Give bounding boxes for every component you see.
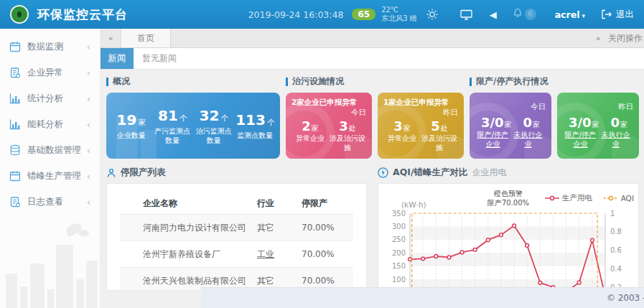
news-label: 新闻 [101,48,134,69]
section-title-production: 限产/停产执行情况 [470,75,639,88]
chevron-left-icon: ‹ [87,171,90,182]
sidebar-item-log-view[interactable]: 日志查看 ‹ [0,190,100,214]
not-executed-enterprises-link[interactable]: 未执行企业 [598,131,633,149]
username-text: acrel [555,9,580,20]
title-accent-bar [470,78,472,86]
weather-display: 22℃ 东北风3 晴 [381,6,417,24]
notification-count-badge: 6 [525,9,536,20]
notifications[interactable]: 6 [513,8,536,22]
section-title-overview: 概况 [106,75,280,88]
limit-stop-enterprises-link[interactable]: 限产/停产企业 [475,131,510,149]
limit-stop-enterprises-link[interactable]: 限产/停产企业 [563,131,598,149]
table-header-row: 企业名称 行业 停限产 [120,192,353,214]
sidebar-item-label: 基础数据管理 [27,144,81,157]
person-icon [106,168,116,178]
bar-chart-icon [9,118,21,130]
bar-chart-icon [9,93,21,104]
sidebar-item-offpeak-production[interactable]: 错峰生产管理 ‹ [0,164,100,188]
title-accent-bar [286,78,288,86]
epa-logo-icon [10,5,29,24]
logout-button[interactable]: 退出 [601,9,634,21]
legend-marker [604,195,618,201]
svg-text:100: 100 [392,276,406,284]
app-title: 环保监控云平台 [37,6,128,23]
sidebar-item-statistics[interactable]: 统计分析 ‹ [0,86,100,111]
chevron-left-icon: ‹ [87,119,90,130]
aqi-chart-card: (kW·h) 橙色预警 限产70.00% 生产用电 [378,183,639,291]
sidebar-item-energy-analysis[interactable]: 能耗分析 ‹ [0,112,100,136]
legend-marker [545,195,559,201]
legend-item-power[interactable]: 生产用电 [545,193,592,203]
svg-text:250: 250 [392,235,406,243]
svg-text:350: 350 [392,210,406,218]
svg-text:0.8: 0.8 [610,228,622,235]
sidebar-item-label: 能耗分析 [27,118,63,131]
app-root: 环保监控云平台 2019-09-24 16:03:48 65 22℃ 东北风3 … [0,0,644,308]
temperature-text: 22℃ [381,6,398,14]
svg-text:0.6: 0.6 [610,246,622,254]
tabs-scroll-right-button[interactable]: » [588,29,608,47]
stop-list-table: 企业名称 行业 停限产 河南同力电力设计有限公司 其它 70.00% 沧州宇新养… [107,184,366,291]
stat-monitor-points: 113个 监测点数量 [235,111,276,140]
chevron-left-icon: ‹ [87,42,90,52]
tab-home[interactable]: 首页 [121,29,171,47]
database-icon [9,144,21,156]
sidebar-item-label: 数据监测 [27,41,63,53]
sidebar-item-base-data[interactable]: 基础数据管理 ‹ [0,138,100,162]
not-executed-enterprises-link[interactable]: 未执行企业 [510,131,546,149]
stop-list-card: 企业名称 行业 停限产 河南同力电力设计有限公司 其它 70.00% 沧州宇新养… [106,183,367,291]
logout-label: 退出 [616,9,634,21]
section-title-aqi-chart: AQI/错峰生产对比 企业用电 [378,167,639,179]
svg-text:0.4: 0.4 [610,265,622,273]
main-area: « 首页 » 关闭操作 新闻 暂无新闻 概况 [101,29,644,308]
table-row[interactable]: 沧州宇新养殖设备厂 工业 70.00% [120,241,353,267]
clipboard-icon [9,67,21,78]
news-bar: 新闻 暂无新闻 [101,48,644,70]
overview-card: 19家 企业数量 81个 产污监测点数量 32个 治污监测点数量 113个 [106,93,280,159]
chart-legend: 生产用电 AQI [533,193,634,203]
section-title-stop-list: 停限产列表 [106,167,367,179]
sidebar-item-enterprise-abnormal[interactable]: 企业异常 ‹ [0,60,100,85]
news-content: 暂无新闻 [134,48,177,69]
production-card-yesterday: 昨日 3/0家 0家 限产/停产企业 未执行企业 [557,93,639,159]
dashboard-content: 概况 19家 企业数量 81个 产污监测点数量 [101,70,644,291]
section-title-facilities: 治污设施情况 [286,75,464,88]
speaker-icon[interactable]: ◀ [490,9,497,20]
sun-icon [426,8,439,21]
user-menu[interactable]: acrel▾ [555,9,585,20]
chart-subtitle: 企业用电 [472,167,507,179]
bell-icon [513,8,523,22]
svg-text:150: 150 [392,262,406,270]
copyright-text: © 2003 - 2019 v1.1.0 永久有效 [607,293,644,303]
legend-item-aqi[interactable]: AQI [604,193,634,203]
city-skyline-watermark [0,233,101,308]
stat-enterprise-count: 19家 企业数量 [111,111,152,140]
facility-card-today: 2家企业已申报异常 今日 2家 3处 异常企业 涉及治污设施 [286,93,372,159]
line-chart: 35030025020015010010.80.60.40.2 [386,209,633,289]
svg-text:200: 200 [392,249,406,257]
facility-card-yesterday: 1家企业已申报异常 昨日 3家 5处 异常企业 涉及治污设施 [378,93,464,159]
chevron-left-icon: ‹ [87,145,90,156]
svg-text:1: 1 [610,210,615,218]
sidebar-item-label: 错峰生产管理 [27,170,81,182]
footer: © 2003 - 2019 v1.1.0 永久有效 [201,287,644,308]
chevron-down-icon: ▾ [582,12,585,19]
chart-header: (kW·h) 橙色预警 限产70.00% 生产用电 [386,187,631,209]
top-header: 环保监控云平台 2019-09-24 16:03:48 65 22℃ 东北风3 … [0,0,644,29]
stat-pollution-source-points: 81个 产污监测点数量 [152,107,194,145]
chevron-left-icon: ‹ [87,197,90,207]
monitor-icon[interactable] [460,9,472,20]
svg-text:300: 300 [392,223,406,230]
sidebar-item-data-monitoring[interactable]: 数据监测 ‹ [0,34,100,59]
tabs-scroll-left-button[interactable]: « [101,29,121,47]
table-row[interactable]: 河南同力电力设计有限公司 其它 70.00% [120,214,353,241]
header-toolbar: 2019-09-24 16:03:48 65 22℃ 东北风3 晴 ◀ [248,6,634,24]
stat-treatment-points: 32个 治污监测点数量 [193,107,235,145]
close-operations-menu[interactable]: 关闭操作 [608,29,644,47]
butterfly-watermark [65,221,83,237]
production-card-today: 今日 3/0家 0家 限产/停产企业 未执行企业 [470,93,551,159]
tab-bar: « 首页 » 关闭操作 [101,29,644,48]
industry-link[interactable]: 工业 [257,248,302,261]
logout-icon [601,9,612,19]
lightning-circle-icon [378,167,388,178]
